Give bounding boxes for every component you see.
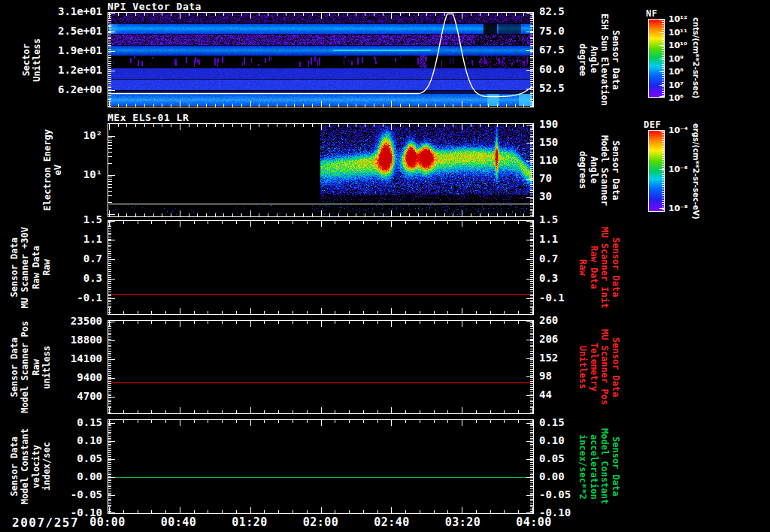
y2-axis-label-line: degrees — [578, 151, 588, 189]
panel-1-y2-axis-label: Sensor DataESH Sun ElevationAngledegree — [578, 12, 621, 107]
panel-3-plot-canvas — [108, 220, 534, 315]
time-tick-label: 04:00 — [510, 515, 558, 529]
y2-axis-label-line: Sensor Data — [610, 337, 620, 397]
time-tick-label: 02:00 — [297, 515, 345, 529]
colorbar-nf-tick-label: 10⁸ — [668, 67, 684, 77]
y-axis-label-line: unitless — [41, 346, 52, 389]
colorbar-def-tick-label: 10⁻⁸ — [668, 204, 688, 213]
y-axis-label-line: Raw — [41, 259, 52, 276]
y2-axis-label-line: acceleration — [588, 434, 599, 500]
panel-2-ytick-label: 10² — [27, 130, 102, 141]
y-axis-label-line: Raw — [31, 359, 41, 376]
y-axis-label-line: Sensor Data — [9, 437, 20, 496]
y2-axis-label-line: ESH Sun Elevation — [599, 14, 610, 106]
y-axis-label-line: MU Scanner +30V — [20, 227, 30, 308]
panel-5-y-axis-label: Sensor DataModel Constantvelocityindex/s… — [9, 419, 53, 514]
y2-axis-label-line: Raw — [578, 259, 588, 276]
y-axis-label-line: Electron Energy — [42, 129, 53, 210]
y2-axis-label-line: Telemetry — [588, 343, 599, 391]
colorbar-units-text: ergs/(cm**2-sr-sec-eV) — [691, 123, 700, 219]
y2-axis-label-line: Angle — [588, 46, 599, 73]
colorbar-def-tick-label: 10⁻⁴ — [668, 125, 688, 135]
y2-axis-label-line: Sensor Data — [610, 30, 620, 89]
colorbar-nf-tick-label: 10¹² — [668, 14, 687, 24]
y2-axis-label-line: Sensor Data — [610, 237, 620, 297]
panel-5-y2-axis-label: Sensor DataModel Constantaccelerationinc… — [578, 419, 621, 514]
time-tick-label: 00:40 — [155, 515, 203, 529]
panel-2-ytick-label: 10¹ — [27, 169, 102, 180]
y-axis-label-line: Model Scanner Pos — [20, 321, 30, 413]
panel-4-y-axis-label: Sensor DataModel Scanner PosRawunitless — [9, 320, 53, 414]
colorbar-nf-units: cnts/(cm**2-sr-sec) — [691, 10, 700, 107]
panel-1-y-axis-label: SectorUnitless — [21, 12, 43, 107]
npi-spectrogram-canvas — [108, 12, 534, 107]
y-axis-label-line: index/sec — [41, 442, 52, 491]
y2-axis-label-line: incex/sec**2 — [578, 434, 588, 500]
y2-axis-label-line: Model Scanner — [599, 135, 610, 206]
y2-axis-label-line: Angle — [588, 156, 599, 183]
panel-4-y2-axis-label: Sensor DataMU Scanner PosTelemetryUnitle… — [578, 320, 621, 414]
y2-axis-label-line: Sensor Data — [610, 141, 620, 200]
colorbar-nf-canvas — [648, 19, 665, 98]
panel-title-els: MEx ELS-01 LR — [108, 112, 189, 123]
y2-axis-label-line: Raw Data — [588, 246, 599, 289]
plot-figure: NPI Vector Data MEx ELS-01 LR 2007/257 N… — [0, 0, 770, 532]
y-axis-label-line: velocity — [31, 445, 41, 488]
colorbar-units-text: cnts/(cm**2-sr-sec) — [691, 17, 700, 98]
time-tick-label: 00:00 — [83, 515, 132, 529]
panel-title-npi: NPI Vector Data — [108, 1, 202, 12]
colorbar-nf-tick-label: 10⁷ — [668, 80, 684, 90]
colorbar-def-canvas — [648, 130, 665, 212]
y-axis-label-line: Sensor Data — [9, 337, 20, 397]
colorbar-def-title: DEF — [644, 119, 661, 130]
y2-axis-label-line: MU Scanner Init — [599, 227, 610, 308]
y2-axis-label-line: degree — [578, 44, 588, 76]
colorbar-nf-title: NF — [646, 8, 657, 19]
panel-2-y-axis-label: Electron EnergyeV — [42, 123, 64, 217]
els-spectrogram-canvas — [108, 123, 534, 217]
y2-axis-label-line: Sensor Data — [610, 437, 620, 496]
time-tick-label: 01:20 — [226, 515, 274, 529]
panel-2-y2-axis-label: Sensor DataModel ScannerAngledegrees — [578, 123, 621, 217]
time-tick-label: 02:40 — [368, 515, 416, 529]
colorbar-nf-tick-label: 10⁶ — [668, 93, 684, 103]
y-axis-label-line: Sector — [21, 44, 32, 76]
y-axis-label-line: eV — [53, 165, 63, 175]
panel-3-y-axis-label: Sensor DataMU Scanner +30VRaw DataRaw — [9, 220, 53, 315]
y2-axis-label-line: Unitless — [578, 346, 588, 389]
panel-3-y2-axis-label: Sensor DataMU Scanner InitRaw DataRaw — [578, 220, 621, 315]
y2-axis-label-line: Model Constant — [599, 428, 610, 504]
panel-4-plot-canvas — [108, 320, 534, 414]
y2-axis-label-line: MU Scanner Pos — [599, 329, 610, 405]
time-tick-label: 03:20 — [439, 515, 487, 529]
y-axis-label-line: Model Constant — [20, 428, 30, 504]
y-axis-label-line: Sensor Data — [9, 237, 20, 297]
colorbar-nf-tick-label: 10⁹ — [668, 54, 684, 64]
colorbar-def-tick-label: 10⁻⁶ — [668, 165, 688, 174]
y-axis-label-line: Unitless — [32, 38, 42, 82]
panel-5-plot-canvas — [108, 419, 534, 514]
colorbar-nf-tick-label: 10¹⁰ — [668, 41, 687, 50]
colorbar-nf-tick-label: 10¹¹ — [668, 28, 687, 38]
colorbar-def-units: ergs/(cm**2-sr-sec-eV) — [691, 121, 700, 221]
y-axis-label-line: Raw Data — [31, 246, 41, 289]
